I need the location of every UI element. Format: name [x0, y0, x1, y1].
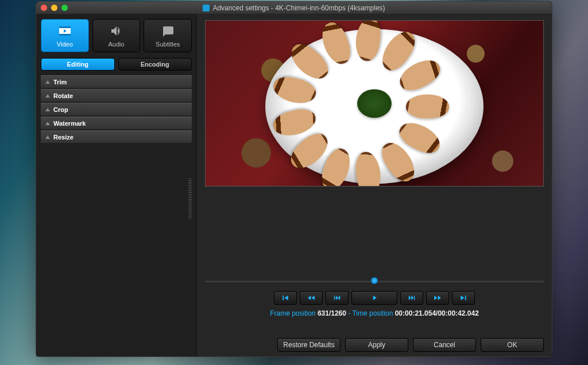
sidebar: Video Audio Subtitles Editing Encoding [36, 14, 197, 356]
window-title: Advanced settings - 4K-Chimei-inn-60mbps… [36, 4, 552, 12]
svg-rect-3 [59, 34, 71, 36]
svg-marker-13 [411, 296, 413, 300]
accordion-rotate-label: Rotate [53, 92, 73, 99]
next-frame-button[interactable] [400, 291, 423, 305]
next-frame-icon [407, 294, 416, 302]
app-window: Advanced settings - 4K-Chimei-inn-60mbps… [36, 1, 552, 357]
fast-forward-icon [433, 294, 442, 302]
restore-defaults-label: Restore Defaults [283, 341, 334, 349]
tab-audio[interactable]: Audio [92, 19, 141, 52]
svg-marker-7 [312, 296, 315, 300]
svg-rect-8 [334, 296, 335, 300]
ok-label: OK [507, 341, 517, 349]
accordion-rotate[interactable]: Rotate [41, 89, 192, 102]
minimize-window-button[interactable] [51, 5, 57, 11]
accordion-crop[interactable]: Crop [41, 103, 192, 115]
svg-marker-9 [335, 296, 338, 300]
apply-label: Apply [368, 341, 385, 349]
zoom-window-button[interactable] [61, 5, 68, 11]
subtab-encoding[interactable]: Encoding [118, 58, 192, 71]
content-area: Video Audio Subtitles Editing Encoding [36, 14, 552, 356]
time-position-label: Time position [352, 309, 393, 317]
video-preview[interactable] [205, 20, 544, 187]
transport-controls [205, 291, 544, 305]
cancel-label: Cancel [434, 341, 455, 349]
preview-food-slice [354, 150, 383, 187]
chevron-up-icon [45, 122, 50, 125]
chevron-up-icon [45, 94, 50, 98]
subtitles-icon [160, 24, 176, 38]
svg-rect-14 [414, 296, 415, 300]
goto-end-button[interactable] [452, 291, 475, 305]
svg-marker-16 [438, 296, 441, 300]
ok-button[interactable]: OK [481, 338, 544, 352]
video-icon [57, 24, 73, 38]
timeline-thumb[interactable] [371, 277, 378, 285]
sidebar-resize-handle[interactable] [188, 178, 192, 219]
rewind-button[interactable] [300, 291, 323, 305]
preview-garnish [357, 89, 392, 118]
svg-marker-5 [284, 296, 288, 300]
window-title-text: Advanced settings - 4K-Chimei-inn-60mbps… [212, 4, 385, 12]
tab-audio-label: Audio [108, 41, 124, 48]
footer-buttons: Restore Defaults Apply Cancel OK [205, 321, 544, 352]
tab-video[interactable]: Video [41, 19, 89, 52]
play-button[interactable] [351, 291, 397, 305]
subtab-editing[interactable]: Editing [41, 58, 115, 71]
goto-start-button[interactable] [274, 291, 297, 305]
tab-subtitles[interactable]: Subtitles [144, 19, 192, 52]
prev-frame-button[interactable] [326, 291, 349, 305]
rewind-icon [307, 294, 316, 302]
cancel-button[interactable]: Cancel [413, 338, 476, 352]
chevron-up-icon [45, 108, 50, 111]
svg-marker-6 [308, 296, 311, 300]
svg-marker-17 [461, 296, 464, 300]
svg-marker-10 [338, 296, 340, 300]
tab-video-label: Video [57, 41, 73, 48]
tab-subtitles-label: Subtitles [156, 41, 180, 48]
accordion-watermark-label: Watermark [53, 120, 86, 127]
chevron-up-icon [45, 135, 50, 139]
fast-forward-button[interactable] [426, 291, 449, 305]
close-window-button[interactable] [41, 5, 47, 11]
accordion-resize-label: Resize [53, 134, 74, 141]
sub-tabs: Editing Encoding [41, 58, 192, 71]
svg-marker-15 [434, 296, 437, 300]
subtab-editing-label: Editing [67, 61, 88, 68]
accordion-trim[interactable]: Trim [41, 75, 192, 88]
restore-defaults-button[interactable]: Restore Defaults [277, 338, 341, 352]
main-panel: Frame position 631/1260 - Time position … [197, 14, 552, 356]
frame-position-value: 631/1260 [318, 309, 346, 317]
timeline-slider[interactable] [205, 275, 544, 286]
preview-plate [265, 29, 483, 184]
preview-food-slice [270, 106, 318, 139]
chevron-up-icon [45, 80, 50, 84]
accordion-trim-label: Trim [53, 79, 67, 86]
goto-end-icon [459, 294, 468, 302]
accordion-watermark[interactable]: Watermark [41, 117, 192, 129]
svg-marker-12 [409, 296, 411, 300]
titlebar: Advanced settings - 4K-Chimei-inn-60mbps… [36, 2, 552, 14]
svg-marker-11 [373, 296, 377, 300]
preview-food-slice [406, 94, 449, 118]
app-icon [203, 5, 210, 11]
svg-rect-18 [465, 296, 466, 300]
prev-frame-icon [332, 294, 342, 302]
apply-button[interactable]: Apply [345, 338, 408, 352]
frame-position-label: Frame position [270, 309, 315, 317]
time-position-value: 00:00:21.054/00:00:42.042 [395, 309, 479, 317]
accordion-resize[interactable]: Resize [41, 130, 192, 143]
preview-food-slice [270, 73, 318, 107]
subtab-encoding-label: Encoding [141, 61, 169, 68]
svg-rect-2 [59, 26, 71, 28]
window-controls [41, 5, 68, 11]
goto-start-icon [281, 294, 290, 302]
accordion-crop-label: Crop [53, 106, 68, 113]
audio-icon [109, 24, 125, 38]
category-tabs: Video Audio Subtitles [41, 19, 192, 52]
play-icon [370, 294, 379, 302]
position-readout: Frame position 631/1260 - Time position … [205, 309, 544, 317]
svg-rect-4 [283, 296, 284, 300]
